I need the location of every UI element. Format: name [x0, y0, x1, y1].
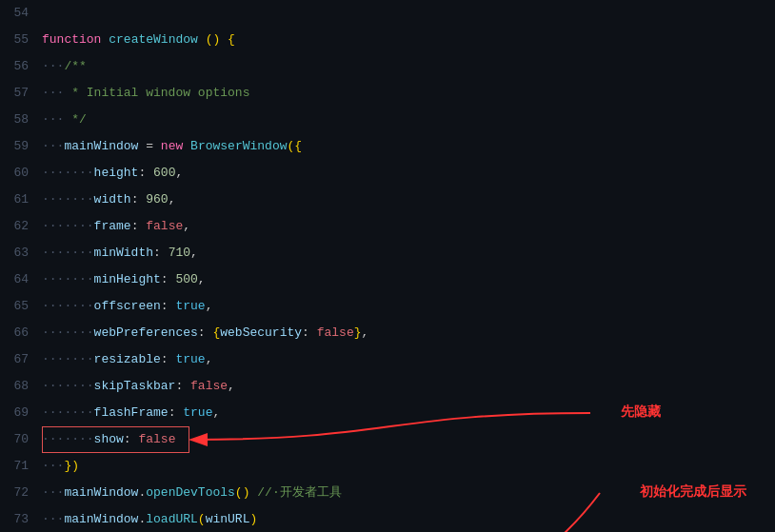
code-line: 57··· * Initial window options	[0, 80, 775, 107]
line-number: 54	[0, 0, 38, 27]
line-content: ·······offscreen: true,	[38, 293, 775, 320]
code-line: 60·······height: 600,	[0, 160, 775, 187]
code-line: 54	[0, 0, 775, 27]
code-editor: 5455function createWindow () {56···/**57…	[0, 0, 775, 532]
code-line: 64·······minHeight: 500,	[0, 266, 775, 293]
line-content: ·······minWidth: 710,	[38, 240, 775, 266]
line-content: ·······show: false	[38, 426, 775, 453]
line-number: 70	[0, 426, 38, 453]
line-content: ···mainWindow.loadURL(winURL)	[38, 506, 775, 532]
line-number: 65	[0, 293, 38, 320]
code-line: 62·······frame: false,	[0, 213, 775, 240]
line-content: ·······flashFrame: true,	[38, 400, 775, 426]
code-line: 71···})	[0, 453, 775, 480]
code-line: 66·······webPreferences: {webSecurity: f…	[0, 320, 775, 346]
line-number: 55	[0, 27, 38, 53]
code-line: 65·······offscreen: true,	[0, 293, 775, 320]
line-content: ···})	[38, 453, 775, 480]
code-line: 63·······minWidth: 710,	[0, 240, 775, 266]
code-line: 55function createWindow () {	[0, 27, 775, 53]
line-content: ··· * Initial window options	[38, 80, 775, 107]
line-content: ·······resizable: true,	[38, 346, 775, 373]
code-line: 68·······skipTaskbar: false,	[0, 373, 775, 400]
code-line: 73···mainWindow.loadURL(winURL)	[0, 506, 775, 532]
line-content: function createWindow () {	[38, 27, 775, 53]
code-line: 58··· */	[0, 107, 775, 133]
code-line: 67·······resizable: true,	[0, 346, 775, 373]
line-number: 57	[0, 80, 38, 107]
code-line: 61·······width: 960,	[0, 187, 775, 213]
line-content: ·······width: 960,	[38, 187, 775, 213]
line-number: 62	[0, 213, 38, 240]
line-content: ·······skipTaskbar: false,	[38, 373, 775, 400]
code-line: 70·······show: false	[0, 426, 775, 453]
line-number: 67	[0, 346, 38, 373]
line-number: 61	[0, 187, 38, 213]
line-number: 63	[0, 240, 38, 266]
line-number: 58	[0, 107, 38, 133]
line-number: 56	[0, 53, 38, 80]
line-number: 64	[0, 266, 38, 293]
line-number: 69	[0, 400, 38, 426]
annotation-show: 初始化完成后显示	[640, 483, 746, 501]
code-line: 56···/**	[0, 53, 775, 80]
line-number: 66	[0, 320, 38, 346]
line-number: 68	[0, 373, 38, 400]
line-content: ·······webPreferences: {webSecurity: fal…	[38, 320, 775, 346]
line-number: 60	[0, 160, 38, 187]
line-number: 72	[0, 480, 38, 506]
line-content: ·······frame: false,	[38, 213, 775, 240]
line-content: ···/**	[38, 53, 775, 80]
line-content: ·······height: 600,	[38, 160, 775, 187]
line-content: ···mainWindow = new BrowserWindow({	[38, 133, 775, 160]
line-number: 73	[0, 506, 38, 532]
line-content: ·······minHeight: 500,	[38, 266, 775, 293]
line-number: 71	[0, 453, 38, 480]
line-number: 59	[0, 133, 38, 160]
annotation-hide: 先隐藏	[621, 404, 661, 421]
code-line: 59···mainWindow = new BrowserWindow({	[0, 133, 775, 160]
line-content: ··· */	[38, 107, 775, 133]
